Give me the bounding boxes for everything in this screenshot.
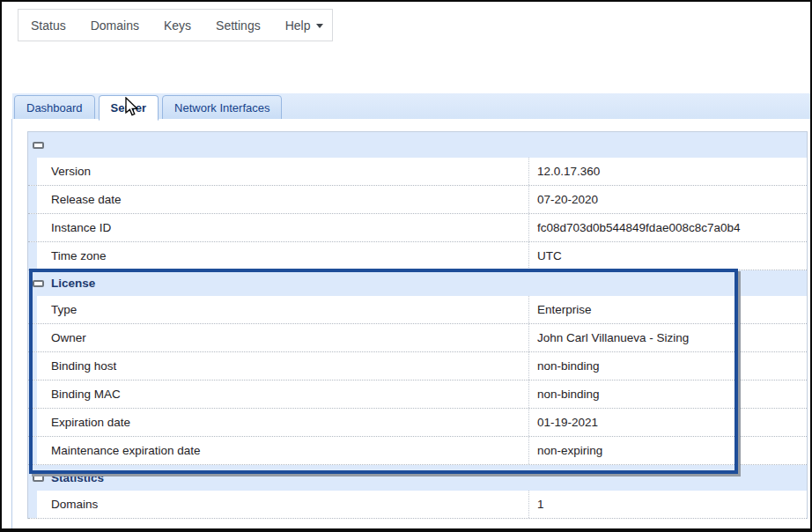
tab-bar: DashboardServerNetwork Interfaces — [12, 93, 810, 121]
menu-item-label: Keys — [164, 18, 191, 33]
property-value: 12.0.17.360 — [529, 158, 807, 185]
property-name: Expiration date — [37, 409, 529, 436]
group-indent — [28, 381, 37, 408]
property-value: Enterprise — [529, 296, 807, 323]
menu-item-label: Status — [31, 18, 66, 33]
server-tab-panel: Version12.0.17.360Release date07-20-2020… — [11, 119, 810, 528]
group-indent — [28, 324, 37, 351]
group-indent — [28, 158, 37, 185]
property-row-version[interactable]: Version12.0.17.360 — [28, 158, 807, 186]
menu-item-help[interactable]: Help — [285, 18, 324, 33]
property-value: non-expiring — [529, 437, 807, 464]
group-indent — [28, 352, 37, 380]
property-value: fc08d703d0b544849fdae008c8c7a0b4 — [529, 214, 807, 241]
group-label: License — [51, 277, 95, 290]
property-value: non-binding — [529, 381, 807, 408]
collapse-minus-icon[interactable] — [33, 475, 44, 482]
menu-item-keys[interactable]: Keys — [164, 18, 191, 33]
property-value: 01-19-2021 — [529, 409, 807, 436]
property-value: 07-20-2020 — [529, 186, 807, 213]
menu-item-settings[interactable]: Settings — [216, 18, 261, 33]
property-row-time-zone[interactable]: Time zoneUTC — [28, 242, 807, 270]
property-name: Owner — [37, 324, 529, 351]
property-name: Release date — [37, 186, 529, 213]
tab-server[interactable]: Server — [99, 95, 159, 121]
tab-label: Server — [111, 101, 146, 115]
menu-item-label: Help — [285, 18, 311, 33]
property-row-instance-id[interactable]: Instance IDfc08d703d0b544849fdae008c8c7a… — [28, 214, 807, 242]
group-indent — [28, 409, 37, 436]
property-row-type[interactable]: TypeEnterprise — [28, 296, 807, 324]
dropdown-caret-icon — [316, 24, 323, 28]
tab-label: Network Interfaces — [174, 101, 269, 115]
group-indent — [28, 296, 37, 323]
property-value: 1 — [529, 491, 807, 518]
property-row-release-date[interactable]: Release date07-20-2020 — [28, 186, 807, 214]
tab-dashboard[interactable]: Dashboard — [14, 95, 95, 120]
property-row-owner[interactable]: OwnerJohn Carl Villanueva - Sizing — [28, 324, 807, 352]
property-row-maintenance-expiration-date[interactable]: Maintenance expiration datenon-expiring — [28, 437, 807, 465]
property-name: Binding host — [37, 352, 529, 380]
collapse-minus-icon[interactable] — [33, 142, 44, 149]
property-name: Maintenance expiration date — [37, 437, 529, 464]
menu-item-status[interactable]: Status — [31, 18, 66, 33]
group-header-license[interactable]: License — [28, 270, 807, 296]
menu-item-label: Settings — [216, 18, 261, 33]
group-header-statistics[interactable]: Statistics — [28, 465, 807, 491]
property-value: John Carl Villanueva - Sizing — [529, 324, 807, 351]
property-name: Binding MAC — [37, 381, 529, 408]
app-window: StatusDomainsKeysSettingsHelp DashboardS… — [0, 0, 812, 532]
property-value: UTC — [529, 242, 807, 270]
property-row-domains[interactable]: Domains1 — [28, 491, 807, 519]
property-table: Version12.0.17.360Release date07-20-2020… — [27, 131, 808, 519]
group-indent — [28, 214, 37, 241]
menu-item-label: Domains — [91, 18, 139, 33]
group-indent — [28, 491, 37, 518]
property-name: Domains — [37, 491, 529, 518]
menubar: StatusDomainsKeysSettingsHelp — [18, 9, 333, 41]
property-name: Type — [37, 296, 529, 323]
property-row-binding-host[interactable]: Binding hostnon-binding — [28, 352, 807, 381]
group-label: Statistics — [51, 471, 104, 484]
group-header-server-info[interactable] — [28, 132, 807, 158]
menu-item-domains[interactable]: Domains — [91, 18, 139, 33]
group-indent — [28, 437, 37, 464]
property-row-expiration-date[interactable]: Expiration date01-19-2021 — [28, 409, 807, 437]
tab-label: Dashboard — [26, 101, 83, 115]
property-name: Instance ID — [37, 214, 529, 241]
property-name: Time zone — [37, 242, 529, 270]
group-indent — [28, 186, 37, 213]
property-name: Version — [37, 158, 529, 185]
tab-network-interfaces[interactable]: Network Interfaces — [162, 95, 282, 120]
group-indent — [28, 242, 37, 270]
property-value: non-binding — [529, 352, 807, 380]
property-row-binding-mac[interactable]: Binding MACnon-binding — [28, 381, 807, 409]
collapse-minus-icon[interactable] — [33, 280, 44, 287]
